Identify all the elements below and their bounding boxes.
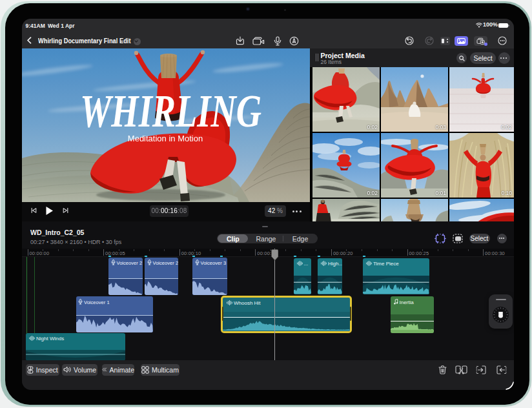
svg-text:Meditation in Motion: Meditation in Motion (128, 134, 203, 143)
svg-text:WHIRLING: WHIRLING (80, 86, 261, 136)
